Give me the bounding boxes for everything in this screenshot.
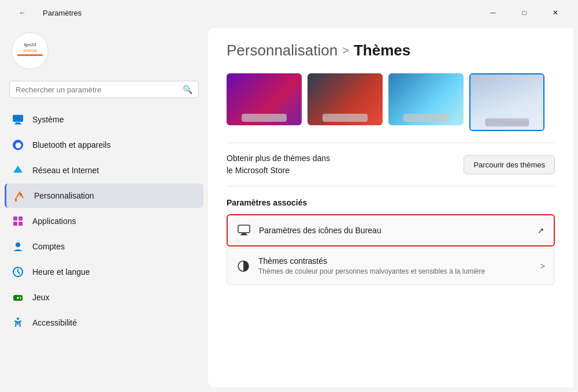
svg-rect-4	[13, 115, 23, 122]
maximize-button[interactable]: □	[511, 3, 538, 22]
svg-point-16	[16, 242, 20, 247]
svg-marker-9	[13, 166, 23, 173]
settings-item-contraste-title: Thèmes contrastés	[258, 256, 532, 266]
sidebar-item-systeme[interactable]: Système	[5, 107, 203, 132]
desktop-icon	[237, 223, 251, 237]
svg-text:android: android	[23, 48, 36, 53]
settings-item-bureau-content: Paramètres des icônes du Bureau	[259, 226, 529, 235]
sidebar-item-heure-label: Heure et langue	[32, 267, 90, 277]
games-icon	[12, 291, 24, 304]
window-controls: ─ □ ✕	[480, 3, 569, 22]
store-section: Obtenir plus de thèmes dans le Microsoft…	[227, 143, 555, 186]
chevron-right-icon: >	[540, 262, 545, 271]
contrast-icon	[236, 259, 250, 273]
settings-item-contraste[interactable]: Thèmes contrastés Thèmes de couleur pour…	[227, 248, 555, 285]
sidebar-item-heure[interactable]: Heure et langue	[5, 260, 203, 284]
theme-taskbar-2	[323, 114, 368, 122]
main-panel: Personnalisation > Thèmes Obt	[208, 28, 573, 387]
associated-settings-title: Paramètres associés	[227, 198, 555, 207]
bluetooth-icon: ⬣	[12, 139, 24, 151]
sidebar-item-reseau[interactable]: Réseau et Internet	[5, 158, 203, 182]
theme-card-windows-inner	[470, 74, 543, 130]
sidebar-item-personnalisation[interactable]: Personnalisation	[5, 184, 203, 208]
time-icon	[12, 266, 24, 278]
svg-rect-10	[15, 198, 17, 201]
breadcrumb-separator: >	[342, 44, 349, 57]
sidebar-item-accessibilite-label: Accessibilité	[32, 318, 77, 327]
theme-taskbar-3	[403, 114, 449, 122]
breadcrumb-parent: Personnalisation	[227, 42, 338, 59]
svg-rect-6	[14, 124, 21, 125]
sidebar-item-comptes-label: Comptes	[32, 242, 65, 251]
breadcrumb: Personnalisation > Thèmes	[227, 42, 555, 59]
svg-text:⬣: ⬣	[15, 141, 22, 150]
sidebar-item-jeux[interactable]: Jeux	[5, 285, 203, 309]
sidebar-item-reseau-label: Réseau et Internet	[32, 166, 99, 175]
sidebar-item-personnalisation-label: Personnalisation	[34, 191, 94, 200]
network-icon	[12, 164, 24, 177]
close-button[interactable]: ✕	[542, 3, 569, 22]
sidebar-item-applications[interactable]: Applications	[5, 209, 203, 233]
avatar: tips24 android	[12, 32, 49, 69]
search-input[interactable]	[16, 85, 178, 94]
svg-point-24	[20, 298, 21, 300]
settings-item-bureau-title: Paramètres des icônes du Bureau	[259, 226, 529, 235]
theme-taskbar-selected	[485, 118, 529, 126]
svg-rect-12	[13, 216, 17, 221]
sidebar-item-applications-label: Applications	[32, 216, 76, 226]
svg-rect-14	[13, 222, 17, 226]
svg-point-11	[20, 193, 23, 196]
accessibility-icon	[12, 316, 24, 329]
browse-themes-button[interactable]: Parcourir des thèmes	[464, 155, 555, 174]
sidebar-item-accessibilite[interactable]: Accessibilité	[5, 311, 203, 335]
svg-rect-26	[238, 225, 250, 233]
svg-rect-28	[240, 234, 247, 236]
apps-icon	[12, 215, 24, 227]
settings-list: Paramètres des icônes du Bureau ➚ Thèmes…	[227, 214, 555, 285]
svg-point-23	[20, 297, 21, 298]
svg-rect-5	[16, 122, 20, 124]
store-text: Obtenir plus de thèmes dans le Microsoft…	[227, 152, 330, 177]
external-link-icon: ➚	[538, 226, 544, 235]
theme-card-dark-red[interactable]	[307, 73, 383, 125]
theme-card-selected-windows[interactable]	[469, 73, 544, 131]
svg-point-25	[17, 318, 19, 320]
title-bar-left: ← Paramètres	[9, 3, 81, 22]
nav-list: Système ⬣ Bluetooth et appareils Rés	[0, 107, 208, 336]
svg-rect-13	[18, 216, 23, 221]
app-container: tips24 android 🔍 Systè	[0, 23, 578, 392]
settings-item-contraste-subtitle: Thèmes de couleur pour personnes malvoya…	[258, 267, 532, 277]
search-box[interactable]: 🔍	[9, 81, 199, 98]
theme-taskbar-1	[242, 114, 287, 122]
system-icon	[12, 113, 24, 126]
search-icon: 🔍	[183, 85, 192, 94]
sidebar-avatar: tips24 android	[0, 23, 208, 76]
store-text-line1: Obtenir plus de thèmes dans	[227, 154, 330, 163]
settings-item-bureau[interactable]: Paramètres des icônes du Bureau ➚	[227, 214, 555, 247]
app-title: Paramètres	[43, 9, 81, 17]
accounts-icon	[12, 240, 24, 253]
back-button[interactable]: ←	[9, 3, 36, 22]
settings-item-contraste-content: Thèmes contrastés Thèmes de couleur pour…	[258, 256, 532, 277]
store-text-line2: le Microsoft Store	[227, 166, 290, 175]
breadcrumb-current: Thèmes	[354, 42, 410, 59]
theme-card-blue[interactable]	[388, 73, 464, 125]
svg-rect-27	[242, 233, 246, 234]
personalisation-icon	[13, 189, 26, 202]
svg-line-19	[18, 272, 20, 274]
svg-rect-3	[17, 54, 43, 56]
sidebar-item-bluetooth-label: Bluetooth et appareils	[32, 140, 110, 150]
sidebar: tips24 android 🔍 Systè	[0, 23, 208, 392]
sidebar-item-comptes[interactable]: Comptes	[5, 234, 203, 259]
svg-rect-15	[18, 222, 23, 226]
themes-grid	[227, 73, 555, 131]
sidebar-item-bluetooth[interactable]: ⬣ Bluetooth et appareils	[5, 133, 203, 157]
minimize-button[interactable]: ─	[480, 3, 506, 22]
title-bar: ← Paramètres ─ □ ✕	[0, 0, 578, 23]
sidebar-item-jeux-label: Jeux	[32, 293, 50, 302]
svg-text:tips24: tips24	[24, 42, 36, 47]
sidebar-item-systeme-label: Système	[32, 115, 64, 124]
theme-card-dark-purple[interactable]	[227, 73, 302, 125]
